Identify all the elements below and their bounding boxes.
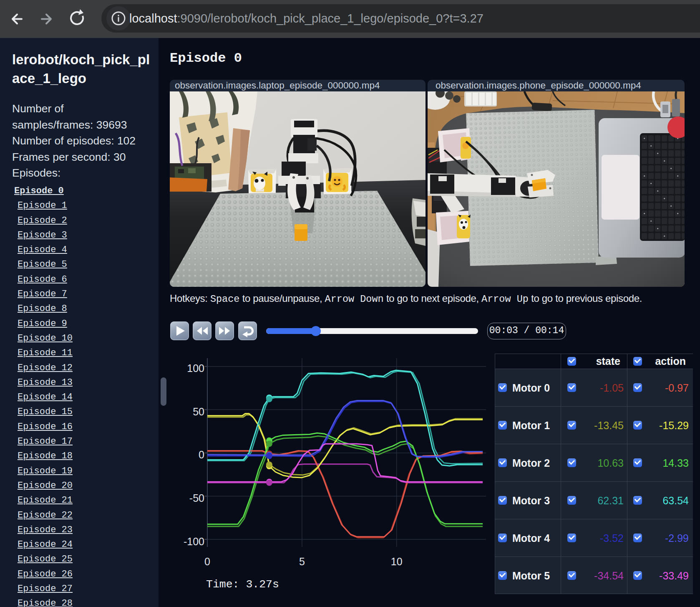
svg-text:100: 100 bbox=[187, 362, 204, 374]
svg-text:0: 0 bbox=[204, 556, 210, 567]
svg-text:10: 10 bbox=[391, 556, 403, 567]
svg-text:-100: -100 bbox=[184, 536, 204, 547]
svg-text:5: 5 bbox=[299, 556, 305, 567]
svg-text:50: 50 bbox=[193, 406, 204, 417]
svg-text:Time: 3.27s: Time: 3.27s bbox=[206, 578, 279, 591]
svg-text:-50: -50 bbox=[189, 492, 204, 504]
svg-text:0: 0 bbox=[199, 449, 204, 460]
